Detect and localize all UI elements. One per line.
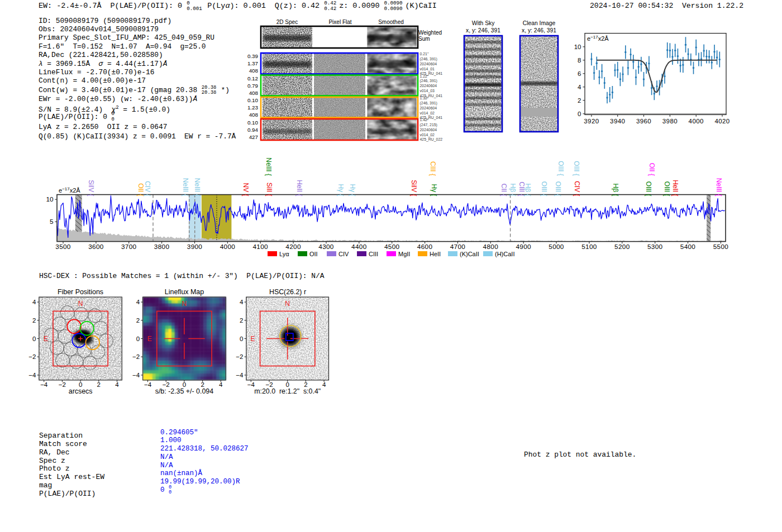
svg-text:0: 0 <box>32 336 36 342</box>
svg-text:−4: −4 <box>132 372 140 378</box>
svg-text:0: 0 <box>79 381 82 388</box>
svg-text:OII {: OII { <box>648 163 656 176</box>
svg-text:4: 4 <box>136 299 140 305</box>
svg-text:4: 4 <box>219 381 223 388</box>
svg-text:OII: OII <box>309 251 318 257</box>
svg-text:arcsecs: arcsecs <box>69 387 93 395</box>
svg-text:Hγ {: Hγ { <box>337 184 345 196</box>
svg-text:OIII {: OIII { <box>554 181 562 196</box>
svg-text:MgII: MgII <box>398 251 410 257</box>
svg-text:4: 4 <box>240 299 244 305</box>
svg-text:2: 2 <box>304 381 307 388</box>
svg-text:−4: −4 <box>247 381 255 388</box>
svg-text:(K)CaII: (K)CaII <box>460 251 479 257</box>
svg-text:0: 0 <box>285 381 289 388</box>
svg-text:2: 2 <box>578 97 581 104</box>
svg-text:3900: 3900 <box>187 243 203 251</box>
svg-text:CIII {: CIII { <box>429 161 437 176</box>
svg-text:HeII {: HeII { <box>671 180 679 196</box>
svg-text:E: E <box>250 335 255 343</box>
svg-text:CIII: CIII <box>369 251 378 257</box>
svg-text:m:20.0 re:1.2" s:0.4": m:20.0 re:1.2" s:0.4" <box>254 387 321 395</box>
svg-text:3920: 3920 <box>584 118 599 124</box>
svg-text:2: 2 <box>136 317 140 324</box>
svg-text:0: 0 <box>578 111 581 117</box>
svg-text:5500: 5500 <box>713 243 729 251</box>
svg-text:4100: 4100 <box>252 243 268 251</box>
svg-text:4500: 4500 <box>384 243 400 251</box>
svg-text:Hβ {: Hβ { <box>509 184 517 196</box>
svg-text:SiII {: SiII { <box>265 183 273 196</box>
svg-text:4020: 4020 <box>714 118 729 124</box>
svg-text:4: 4 <box>115 381 119 388</box>
svg-text:NeIII {: NeIII { <box>193 178 201 196</box>
svg-text:5300: 5300 <box>647 243 663 251</box>
svg-text:−4: −4 <box>236 372 244 378</box>
svg-text:3800: 3800 <box>154 243 170 251</box>
svg-text:5100: 5100 <box>581 243 597 251</box>
svg-text:−2: −2 <box>236 353 243 360</box>
svg-text:4000: 4000 <box>220 243 236 251</box>
svg-text:CIV {: CIV { <box>144 181 151 196</box>
svg-text:NeIII {: NeIII { <box>265 157 273 176</box>
svg-text:N: N <box>182 300 187 308</box>
svg-text:NV {: NV { <box>242 183 250 196</box>
svg-text:3960: 3960 <box>636 118 651 124</box>
svg-text:OIII {: OIII { <box>573 161 580 176</box>
svg-text:4000: 4000 <box>689 118 704 124</box>
svg-text:5: 5 <box>50 218 54 226</box>
svg-text:−2: −2 <box>59 381 66 388</box>
svg-text:0: 0 <box>136 336 140 342</box>
svg-text:8: 8 <box>578 57 581 64</box>
svg-text:5400: 5400 <box>680 243 696 251</box>
svg-text:−4: −4 <box>28 372 36 378</box>
svg-text:3980: 3980 <box>662 118 678 124</box>
svg-text:4: 4 <box>32 299 36 305</box>
svg-text:Hβ {: Hβ { <box>612 184 619 196</box>
svg-text:OIII {: OIII { <box>557 161 565 176</box>
svg-text:2: 2 <box>240 317 243 324</box>
svg-text:0: 0 <box>240 336 243 342</box>
svg-text:4: 4 <box>322 381 326 388</box>
svg-text:CIV: CIV <box>338 251 349 257</box>
svg-text:4600: 4600 <box>417 243 433 251</box>
svg-text:s/b: -2.35 +/- 0.094: s/b: -2.35 +/- 0.094 <box>155 387 213 395</box>
svg-text:N: N <box>78 300 83 308</box>
svg-text:−4: −4 <box>40 381 48 388</box>
svg-text:4300: 4300 <box>318 243 334 251</box>
svg-text:10: 10 <box>574 44 581 50</box>
svg-text:Hβ {: Hβ { <box>524 184 532 196</box>
svg-text:5200: 5200 <box>614 243 630 251</box>
svg-text:OIII {: OIII { <box>645 181 652 196</box>
svg-text:3940: 3940 <box>610 118 625 124</box>
svg-text:(H)CaII: (H)CaII <box>495 251 514 257</box>
svg-text:3600: 3600 <box>88 243 104 251</box>
svg-text:OIII {: OIII { <box>663 181 671 196</box>
svg-text:NeIII {: NeIII { <box>715 178 723 196</box>
svg-text:3700: 3700 <box>121 243 137 251</box>
svg-text:5000: 5000 <box>549 243 564 251</box>
svg-text:N: N <box>285 300 290 308</box>
svg-text:HeII {: HeII { <box>295 180 303 196</box>
svg-text:2: 2 <box>201 381 204 388</box>
svg-text:OII {: OII { <box>137 183 145 196</box>
svg-text:HeII: HeII <box>430 251 441 257</box>
svg-text:3500: 3500 <box>55 243 71 251</box>
svg-text:−2: −2 <box>28 353 36 360</box>
svg-text:Lyα: Lyα <box>279 251 289 257</box>
svg-text:E: E <box>147 335 152 343</box>
svg-text:4700: 4700 <box>450 243 466 251</box>
svg-text:E: E <box>44 335 48 343</box>
svg-text:SiIV {: SiIV { <box>87 180 95 196</box>
svg-text:Hγ {: Hγ { <box>349 184 356 196</box>
svg-text:2: 2 <box>97 381 101 388</box>
svg-text:4800: 4800 <box>483 243 499 251</box>
svg-text:Hγ {: Hγ { <box>430 184 438 196</box>
svg-text:e−17x2Å: e−17x2Å <box>59 186 80 194</box>
svg-text:−2: −2 <box>163 381 170 388</box>
svg-text:OIII {: OIII { <box>540 181 548 196</box>
svg-text:0: 0 <box>183 381 186 388</box>
svg-text:4: 4 <box>578 84 581 90</box>
svg-text:SiIV {: SiIV { <box>410 180 418 196</box>
svg-text:NeIII {: NeIII { <box>182 178 189 196</box>
